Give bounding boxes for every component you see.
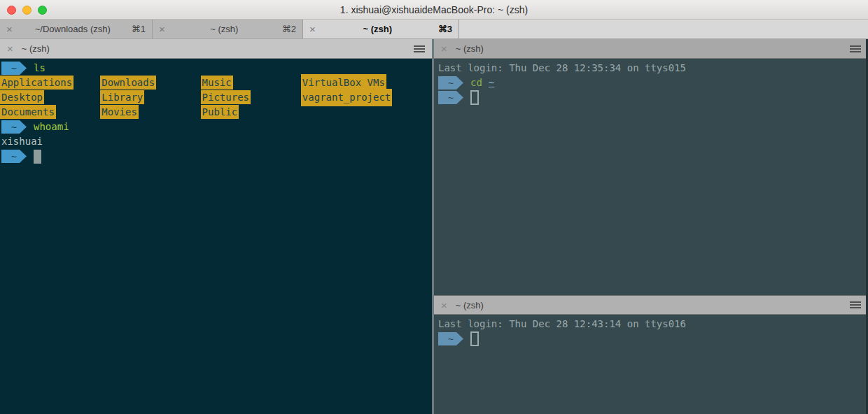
pane-right-bottom-header: × ~ (zsh) <box>434 295 868 315</box>
directory-name: Pictures <box>201 90 251 104</box>
directory-name: Music <box>201 76 233 90</box>
command-text: whoami <box>34 120 69 134</box>
tab-label: ~ (zsh) <box>320 24 435 34</box>
pane-left-header: × ~ (zsh) <box>0 39 432 59</box>
directory-name: Library <box>100 90 144 104</box>
command-argument: ~ <box>489 76 494 90</box>
window-titlebar: 1. xishuai@xishuaideMacBook-Pro: ~ (zsh) <box>0 0 868 20</box>
terminal-line: ~cd~ <box>438 76 864 90</box>
prompt-arrow: ~ <box>438 76 463 90</box>
pane-title: ~ (zsh) <box>456 300 484 310</box>
tab-shortcut: ⌘3 <box>438 24 452 34</box>
command-output: xishuai <box>1 134 430 149</box>
tab-label: ~ (zsh) <box>169 24 279 34</box>
ls-output-row: DocumentsMoviesPublic <box>1 105 430 120</box>
window-controls <box>7 6 47 15</box>
pane-close-icon[interactable]: × <box>441 43 447 55</box>
pane-title: ~ (zsh) <box>22 43 50 54</box>
tab-close-icon[interactable]: × <box>309 23 316 35</box>
split-pane-area: × ~ (zsh) ~ls ApplicationsDownloadsMusic… <box>0 39 868 414</box>
tab-downloads[interactable]: × ~/Downloads (zsh) ⌘1 <box>0 20 153 38</box>
tab-close-icon[interactable]: × <box>159 23 165 35</box>
pane-menu-icon[interactable] <box>414 45 425 52</box>
minimize-window-icon[interactable] <box>22 6 31 15</box>
pane-close-icon[interactable]: × <box>7 43 13 55</box>
ls-output-row: DesktopLibraryPicturesvagrant_project <box>1 90 430 105</box>
directory-name: Documents <box>0 105 56 119</box>
text-cursor <box>34 150 41 164</box>
pane-menu-icon[interactable] <box>850 301 861 308</box>
pane-left: × ~ (zsh) ~ls ApplicationsDownloadsMusic… <box>0 39 432 414</box>
window-title: 1. xishuai@xishuaideMacBook-Pro: ~ (zsh) <box>340 4 528 15</box>
command-text: ls <box>34 61 46 76</box>
terminal-line: ~ <box>1 149 430 164</box>
directory-name: Applications <box>0 76 74 90</box>
directory-name: Desktop <box>0 90 44 104</box>
terminal-right-bottom[interactable]: Last login: Thu Dec 28 12:43:14 on ttys0… <box>434 315 868 414</box>
prompt-arrow: ~ <box>438 332 463 345</box>
terminal-line: ~ls <box>1 61 430 76</box>
pane-close-icon[interactable]: × <box>441 299 447 311</box>
tab-label: ~/Downloads (zsh) <box>17 24 129 34</box>
prompt-arrow: ~ <box>1 120 27 134</box>
close-window-icon[interactable] <box>7 6 16 15</box>
last-login-line: Last login: Thu Dec 28 12:43:14 on ttys0… <box>438 317 864 331</box>
directory-name: Public <box>201 105 239 119</box>
command-text: cd <box>470 76 482 90</box>
tab-shortcut: ⌘2 <box>282 24 296 34</box>
directory-name: Downloads <box>100 76 156 90</box>
tab-home-3-active[interactable]: × ~ (zsh) ⌘3 <box>303 20 459 38</box>
pane-menu-icon[interactable] <box>850 45 861 52</box>
terminal-left[interactable]: ~ls ApplicationsDownloadsMusicVirtualBox… <box>0 59 432 414</box>
ls-output-row: ApplicationsDownloadsMusicVirtualBox VMs <box>1 76 430 90</box>
directory-name: Movies <box>100 105 139 119</box>
tab-shortcut: ⌘1 <box>132 24 146 34</box>
terminal-line: ~ <box>438 331 864 346</box>
tab-close-icon[interactable]: × <box>6 23 13 35</box>
tab-bar: × ~/Downloads (zsh) ⌘1 × ~ (zsh) ⌘2 × ~ … <box>0 20 868 39</box>
text-cursor-inactive <box>470 331 479 346</box>
prompt-arrow: ~ <box>438 91 463 104</box>
terminal-line: ~ <box>438 90 864 105</box>
prompt-arrow: ~ <box>1 62 27 75</box>
pane-title: ~ (zsh) <box>456 43 484 54</box>
pane-right-top-header: × ~ (zsh) <box>434 39 868 59</box>
prompt-arrow: ~ <box>1 150 27 163</box>
pane-right-column: × ~ (zsh) Last login: Thu Dec 28 12:35:3… <box>434 39 868 414</box>
tab-home-2[interactable]: × ~ (zsh) ⌘2 <box>153 20 303 38</box>
zoom-window-icon[interactable] <box>38 6 47 15</box>
terminal-line: ~whoami <box>1 120 430 134</box>
text-cursor-inactive <box>470 90 479 105</box>
last-login-line: Last login: Thu Dec 28 12:35:34 on ttys0… <box>438 61 864 76</box>
terminal-right-top[interactable]: Last login: Thu Dec 28 12:35:34 on ttys0… <box>434 59 868 295</box>
directory-name: vagrant_project <box>301 89 392 106</box>
